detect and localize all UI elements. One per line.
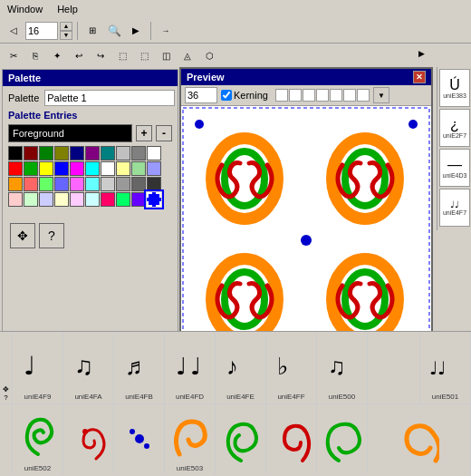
glyph-cell-uniE500[interactable]: ♫ uniE500 xyxy=(317,332,368,403)
color-cell[interactable] xyxy=(85,146,100,160)
palette-name-input[interactable] xyxy=(44,90,175,106)
menu-help[interactable]: Help xyxy=(53,4,82,15)
color-cell[interactable] xyxy=(85,192,100,207)
sidebar-glyph-uniE4F7[interactable]: ♩♩ uniE4F7 xyxy=(439,189,470,227)
right-arrow-btn[interactable]: → xyxy=(156,21,176,41)
glyph-cell-green2[interactable] xyxy=(216,404,266,475)
tb2-btn6[interactable]: ⬚ xyxy=(112,45,132,65)
redo-btn[interactable]: ↪ xyxy=(91,45,111,65)
add-color-btn[interactable]: + xyxy=(136,125,152,141)
glyph-cell-uniE4FD[interactable]: ♩♩ uniE4FD xyxy=(165,332,216,403)
color-cell[interactable] xyxy=(116,161,130,176)
glyph-cell-uniE4F9[interactable]: ♩ uniE4F9 xyxy=(13,332,63,403)
preview-dropdown-btn[interactable]: ▼ xyxy=(373,87,389,103)
color-cell[interactable] xyxy=(147,177,161,191)
color-cell[interactable] xyxy=(24,161,38,176)
glyph-cell-uniE4FA[interactable]: ♫ uniE4FA xyxy=(63,332,114,403)
color-cell[interactable] xyxy=(39,146,53,160)
tb2-btn7[interactable]: ⬚ xyxy=(134,45,154,65)
glyph-svg xyxy=(114,404,164,473)
grid-view-btn[interactable]: ⊞ xyxy=(82,21,102,41)
color-cell[interactable] xyxy=(116,177,130,191)
color-cell[interactable] xyxy=(70,161,84,176)
glyph-cell-uniE502[interactable]: uniE502 xyxy=(13,404,63,475)
glyph-cell-red2[interactable] xyxy=(266,404,317,475)
arrow-btn[interactable]: ▶ xyxy=(126,21,146,41)
glyph-cell-label: uniE4FD xyxy=(176,393,204,402)
glyph-cell-empty[interactable] xyxy=(368,332,420,403)
color-cell[interactable] xyxy=(116,192,130,207)
color-cell[interactable] xyxy=(131,192,146,207)
color-cell[interactable] xyxy=(54,146,69,160)
color-cell[interactable] xyxy=(24,177,38,191)
glyph-cell-red-curl[interactable] xyxy=(63,404,114,475)
color-cell[interactable] xyxy=(85,177,100,191)
glyph-svg: ♩♩ xyxy=(165,332,215,393)
zoom-btn[interactable]: 🔍 xyxy=(104,21,124,41)
font-decrease-btn[interactable]: ◁ xyxy=(4,21,24,41)
color-cell[interactable] xyxy=(147,146,161,160)
color-cell[interactable] xyxy=(8,177,23,191)
color-cell[interactable] xyxy=(101,192,115,207)
color-cell[interactable] xyxy=(54,177,69,191)
color-cell[interactable] xyxy=(39,192,53,207)
color-cell[interactable] xyxy=(70,146,84,160)
cut-btn[interactable]: ✂ xyxy=(4,45,24,65)
glyph-cell-uniE4FB[interactable]: ♬ uniE4FB xyxy=(114,332,165,403)
tb2-btn10[interactable]: ⬡ xyxy=(199,45,219,65)
glyph-cell-orange2[interactable] xyxy=(368,404,471,475)
color-cell[interactable] xyxy=(116,146,130,160)
sidebar-glyph-label: uniE2F7 xyxy=(443,132,466,139)
color-cell[interactable] xyxy=(70,177,84,191)
move-tool-btn[interactable]: ✥ xyxy=(10,223,35,248)
color-cell[interactable] xyxy=(54,192,69,207)
glyph-cell-green3[interactable] xyxy=(317,404,368,475)
copy-btn[interactable]: ⎘ xyxy=(25,45,45,65)
glyph-cell-uniE4FE[interactable]: ♪ uniE4FE xyxy=(216,332,266,403)
foreground-swatch[interactable]: Foreground xyxy=(8,124,132,142)
color-cell[interactable] xyxy=(54,161,69,176)
spin-up-btn[interactable]: ▲ xyxy=(60,22,72,31)
remove-color-btn[interactable]: - xyxy=(156,125,172,141)
glyph-cell-uniE501[interactable]: ♩♩ uniE501 xyxy=(420,332,471,403)
preview-size-input[interactable] xyxy=(185,87,217,103)
color-cell[interactable] xyxy=(101,161,115,176)
glyph-cell-blue-dot[interactable] xyxy=(114,404,165,475)
spin-down-btn[interactable]: ▼ xyxy=(60,31,72,40)
color-cell[interactable] xyxy=(131,177,146,191)
glyph-cell-uniE4FF[interactable]: ♭ uniE4FF xyxy=(266,332,317,403)
color-cell[interactable] xyxy=(101,146,115,160)
glyph-svg xyxy=(317,404,367,473)
color-cell[interactable] xyxy=(131,146,146,160)
special-btn[interactable]: ✦ xyxy=(47,45,67,65)
color-cell[interactable] xyxy=(131,161,146,176)
color-cell[interactable] xyxy=(24,192,38,207)
sidebar-glyph-uniE4D3[interactable]: — uniE4D3 xyxy=(439,149,470,187)
tb2-btn9[interactable]: ◬ xyxy=(178,45,197,65)
glyph-cell-uniE503[interactable]: uniE503 xyxy=(165,404,216,475)
sidebar-glyph-uniE383[interactable]: Ú uniE383 xyxy=(439,69,470,107)
color-cell-selected[interactable] xyxy=(147,192,161,207)
color-cell[interactable] xyxy=(39,177,53,191)
color-cell[interactable] xyxy=(101,177,115,191)
right-panel-btn[interactable]: ▶ xyxy=(411,44,431,63)
tb2-btn8[interactable]: ◫ xyxy=(156,45,176,65)
font-size-input[interactable] xyxy=(25,22,58,40)
menu-window[interactable]: Window xyxy=(4,4,46,15)
color-cell[interactable] xyxy=(147,161,161,176)
color-cell[interactable] xyxy=(8,161,23,176)
help-tool-btn[interactable]: ? xyxy=(39,223,64,248)
move-icon: ✥ xyxy=(3,385,9,393)
color-cell[interactable] xyxy=(8,146,23,160)
undo-btn[interactable]: ↩ xyxy=(69,45,89,65)
color-cell[interactable] xyxy=(70,192,84,207)
color-cell[interactable] xyxy=(24,146,38,160)
preview-close-btn[interactable]: ✕ xyxy=(413,71,426,83)
color-cell[interactable] xyxy=(8,192,23,207)
kerning-box-1 xyxy=(275,89,288,102)
kerning-checkbox[interactable] xyxy=(221,90,232,101)
color-cell[interactable] xyxy=(85,161,100,176)
sidebar-glyph-uniE2F7[interactable]: ¿ uniE2F7 xyxy=(439,109,470,147)
preview-toolbar: Kerning ▼ xyxy=(181,85,431,106)
color-cell[interactable] xyxy=(39,161,53,176)
